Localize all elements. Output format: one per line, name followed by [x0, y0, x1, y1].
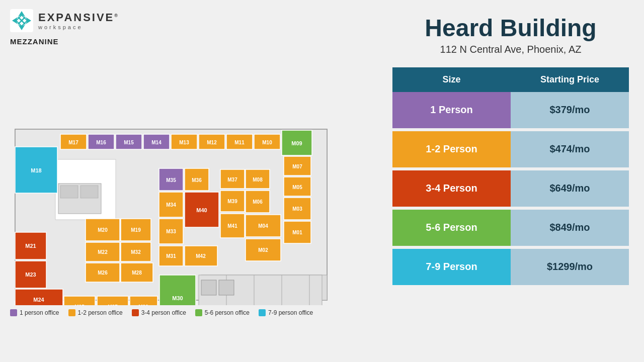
pricing-header-price: Starting Price [511, 67, 629, 92]
svg-text:M41: M41 [227, 223, 237, 229]
svg-text:M27: M27 [108, 304, 118, 305]
size-cell: 1-2 Person [392, 131, 511, 167]
building-title: Heard Building [392, 15, 629, 42]
svg-text:M35: M35 [166, 177, 176, 183]
svg-text:M14: M14 [151, 140, 162, 145]
svg-text:M05: M05 [292, 185, 302, 190]
logo-company-name: EXPANSIVE® [38, 11, 119, 24]
svg-text:M39: M39 [227, 199, 237, 204]
svg-rect-104 [80, 186, 98, 198]
svg-text:M09: M09 [291, 140, 302, 146]
svg-text:M01: M01 [292, 230, 302, 235]
size-cell: 1 Person [392, 92, 511, 128]
svg-text:M32: M32 [131, 249, 141, 255]
legend-label-12person: 1-2 person office [78, 309, 123, 316]
svg-rect-100 [201, 280, 216, 295]
price-cell: $474/mo [511, 131, 629, 167]
logo-area: EXPANSIVE® workspace [10, 9, 372, 32]
svg-text:M21: M21 [25, 243, 36, 249]
svg-text:M34: M34 [166, 202, 176, 208]
size-cell: 3-4 Person [392, 170, 511, 207]
svg-text:M23: M23 [25, 272, 36, 278]
pricing-row: 1-2 Person $474/mo [392, 131, 629, 167]
legend-swatch-1person [10, 309, 17, 316]
svg-text:M22: M22 [98, 249, 108, 255]
svg-text:M42: M42 [196, 253, 206, 259]
svg-text:M10: M10 [262, 140, 272, 145]
legend-item-56person: 5-6 person office [195, 309, 250, 316]
svg-text:M37: M37 [227, 177, 237, 183]
legend: 1 person office 1-2 person office 3-4 pe… [10, 309, 372, 316]
svg-text:M25: M25 [74, 304, 85, 305]
svg-text:M07: M07 [292, 164, 302, 169]
price-cell: $849/mo [511, 210, 629, 246]
floorplan-svg: M18 M17 M16 M15 M14 M13 M12 M11 M10 M09 [10, 49, 372, 305]
legend-swatch-56person [195, 309, 202, 316]
mezzanine-label: MEZZANINE [10, 37, 372, 46]
svg-text:M04: M04 [258, 223, 268, 229]
legend-label-34person: 3-4 person office [141, 309, 186, 316]
legend-item-34person: 3-4 person office [132, 309, 186, 316]
svg-text:M36: M36 [192, 177, 202, 183]
logo-sub: workspace [38, 24, 119, 30]
svg-rect-101 [219, 280, 234, 295]
svg-text:M28: M28 [132, 270, 142, 276]
building-address: 112 N Central Ave, Phoenix, AZ [392, 44, 629, 55]
price-cell: $649/mo [511, 170, 629, 207]
svg-text:M16: M16 [96, 140, 106, 145]
svg-text:M26: M26 [98, 270, 108, 276]
expansive-logo-icon [10, 9, 33, 32]
logo-text: EXPANSIVE® workspace [38, 11, 119, 30]
legend-swatch-79person [259, 309, 266, 316]
pricing-header-size: Size [392, 67, 511, 92]
svg-text:M03: M03 [292, 206, 302, 212]
svg-text:M20: M20 [98, 227, 108, 233]
pricing-row: 5-6 Person $849/mo [392, 210, 629, 246]
svg-text:M08: M08 [253, 177, 263, 183]
left-panel: EXPANSIVE® workspace MEZZANINE M18 [0, 0, 382, 362]
price-cell: $1299/mo [511, 249, 629, 285]
svg-text:M17: M17 [68, 140, 78, 145]
svg-text:M06: M06 [253, 199, 263, 205]
legend-item-12person: 1-2 person office [68, 309, 123, 316]
pricing-row: 3-4 Person $649/mo [392, 170, 629, 207]
svg-text:M33: M33 [166, 229, 176, 234]
svg-text:M02: M02 [258, 247, 268, 253]
legend-item-79person: 7-9 person office [259, 309, 313, 316]
floorplan-container: M18 M17 M16 M15 M14 M13 M12 M11 M10 M09 [10, 49, 372, 305]
svg-text:M18: M18 [31, 167, 41, 173]
pricing-row: 1 Person $379/mo [392, 92, 629, 128]
pricing-row: 7-9 Person $1299/mo [392, 249, 629, 285]
svg-text:M31: M31 [166, 253, 176, 259]
price-cell: $379/mo [511, 92, 629, 128]
svg-text:M40: M40 [196, 207, 207, 213]
legend-label-79person: 7-9 person office [268, 309, 313, 316]
pricing-table: Size Starting Price 1 Person $379/mo 1-2… [392, 67, 629, 285]
size-cell: 7-9 Person [392, 249, 511, 285]
size-cell: 5-6 Person [392, 210, 511, 246]
legend-swatch-12person [68, 309, 75, 316]
svg-text:M24: M24 [33, 297, 44, 303]
svg-text:M15: M15 [124, 140, 134, 145]
svg-text:M29: M29 [138, 304, 148, 305]
legend-label-56person: 5-6 person office [205, 309, 250, 316]
legend-label-1person: 1 person office [20, 309, 59, 316]
svg-text:M13: M13 [179, 140, 189, 145]
svg-text:M19: M19 [131, 227, 141, 233]
svg-rect-103 [60, 186, 78, 198]
legend-swatch-34person [132, 309, 139, 316]
svg-rect-95 [199, 275, 322, 305]
right-panel: Heard Building 112 N Central Ave, Phoeni… [382, 0, 644, 362]
svg-text:M12: M12 [207, 140, 217, 145]
svg-text:M11: M11 [234, 140, 245, 145]
svg-text:M30: M30 [172, 295, 183, 301]
legend-item-1person: 1 person office [10, 309, 59, 316]
